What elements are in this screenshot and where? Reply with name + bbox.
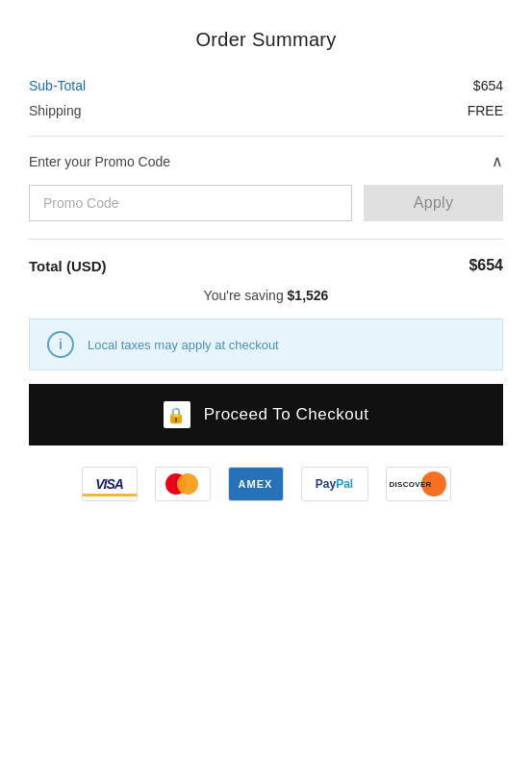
saving-prefix: You're saving <box>204 288 288 303</box>
paypal-icon: PayPal <box>301 467 368 501</box>
amex-icon: AMEX <box>228 467 284 501</box>
lock-icon-wrap: 🔒 <box>164 401 190 428</box>
promo-label: Enter your Promo Code <box>29 154 170 169</box>
chevron-up-icon: ∧ <box>492 154 503 169</box>
divider-2 <box>29 239 503 240</box>
total-row: Total (USD) $654 <box>29 257 503 274</box>
subtotal-row: Sub-Total $654 <box>29 78 503 93</box>
divider-1 <box>29 136 503 137</box>
apply-button[interactable]: Apply <box>364 185 503 221</box>
info-banner-text: Local taxes may apply at checkout <box>88 338 279 352</box>
discover-text: DISCOVER <box>389 480 431 489</box>
amex-text: AMEX <box>239 478 273 490</box>
shipping-label: Shipping <box>29 103 82 118</box>
saving-amount: $1,526 <box>288 288 329 303</box>
visa-icon: VISA <box>82 467 138 501</box>
total-value: $654 <box>469 257 503 274</box>
lock-icon: 🔒 <box>166 406 187 424</box>
payment-icons-row: VISA AMEX PayPal DISCOVER <box>29 467 503 501</box>
promo-input-row: Apply <box>29 185 503 221</box>
info-banner: i Local taxes may apply at checkout <box>29 318 503 370</box>
shipping-value: FREE <box>468 103 503 118</box>
info-icon: i <box>47 331 74 358</box>
checkout-button[interactable]: 🔒 Proceed To Checkout <box>29 384 503 446</box>
paypal-pal-text: Pal <box>336 477 353 491</box>
mc-right-circle <box>177 473 198 495</box>
discover-icon: DISCOVER <box>386 467 451 501</box>
total-label: Total (USD) <box>29 258 107 274</box>
checkout-label: Proceed To Checkout <box>204 405 369 424</box>
page-title: Order Summary <box>29 29 503 51</box>
promo-toggle[interactable]: Enter your Promo Code ∧ <box>29 154 503 169</box>
shipping-row: Shipping FREE <box>29 103 503 118</box>
order-summary-container: Order Summary Sub-Total $654 Shipping FR… <box>0 0 532 521</box>
subtotal-value: $654 <box>473 78 503 93</box>
promo-code-input[interactable] <box>29 185 352 221</box>
paypal-pay-text: Pay <box>316 477 336 491</box>
saving-row: You're saving $1,526 <box>29 288 503 303</box>
mastercard-icon <box>155 467 211 501</box>
subtotal-label: Sub-Total <box>29 78 86 93</box>
